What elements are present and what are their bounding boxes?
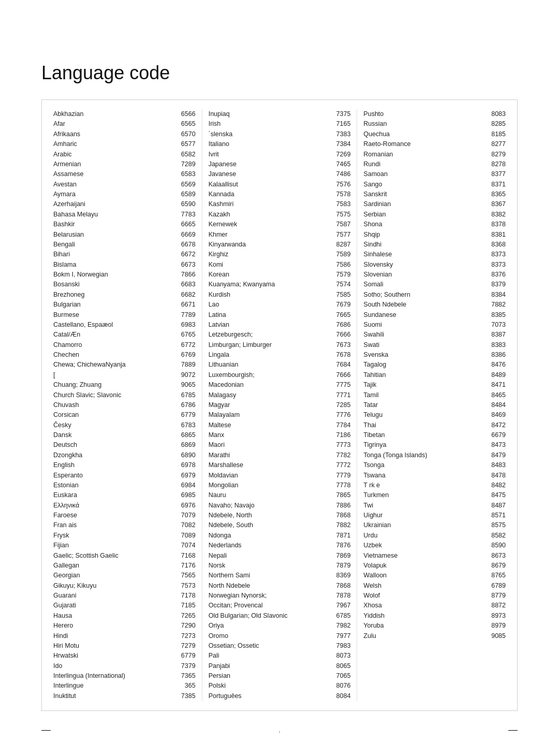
language-name: Thai (363, 420, 486, 430)
table-row: Moldavian7779 (209, 471, 351, 481)
table-row: Inupiaq7375 (209, 109, 351, 119)
language-name: Catal/Æn (53, 330, 176, 340)
language-name: Brezhoneg (53, 290, 176, 300)
table-row: Bihari6672 (53, 250, 196, 259)
language-name: Rundi (363, 159, 486, 169)
language-code: 7773 (331, 440, 350, 450)
table-row: Brezhoneg6682 (53, 290, 196, 300)
language-name: Malayalam (209, 410, 331, 420)
language-name: Gaelic; Scottish Gaelic (53, 551, 176, 561)
language-code: 8489 (486, 370, 506, 380)
table-row: Hrwatski6779 (53, 651, 196, 661)
table-row: Bengali6678 (53, 240, 196, 250)
language-name: Macedonian (209, 380, 331, 390)
language-code: 9085 (486, 631, 506, 641)
language-code: 8473 (486, 440, 506, 450)
table-row: Shqip8381 (363, 230, 506, 240)
language-name: Luxembourgish; (209, 370, 331, 380)
table-row: Tonga (Tonga Islands)8479 (363, 450, 506, 460)
language-name: Slovenian (363, 270, 486, 280)
language-code: 8073 (331, 651, 350, 661)
table-row: Afrikaans6570 (53, 129, 196, 139)
language-code: 6869 (176, 440, 196, 450)
language-code: 8779 (486, 591, 506, 601)
language-name: Ossetian; Ossetic (209, 641, 331, 651)
language-name: Marshallese (209, 460, 331, 470)
language-name: Pushto (363, 109, 486, 119)
language-code: 7678 (331, 350, 350, 360)
language-code: 7587 (331, 220, 350, 229)
table-row: Quechua8185 (363, 129, 506, 139)
table-row: Burmese7789 (53, 310, 196, 320)
table-row: Chuvash6786 (53, 400, 196, 410)
language-name: Xhosa (363, 601, 486, 610)
table-row: Raeto-Romance8277 (363, 139, 506, 149)
table-row: Tahitian8489 (363, 370, 506, 380)
language-name: Afrikaans (53, 129, 176, 139)
language-name: Somali (363, 280, 486, 289)
language-code: 7865 (331, 490, 350, 500)
language-name: Bulgarian (53, 300, 176, 310)
table-row: Assamese6583 (53, 169, 196, 179)
language-name: Svenska (363, 350, 486, 360)
language-code: 7269 (331, 150, 350, 159)
table-row: Luxembourgish;7666 (209, 370, 351, 380)
language-code: 7578 (331, 190, 350, 199)
language-name: Interlingua (International) (53, 671, 176, 681)
language-name: Chewa; ChichewaNyanja (53, 360, 176, 370)
language-name: Khmer (209, 230, 331, 240)
table-row: Oriya7982 (209, 621, 351, 631)
language-code: 6769 (176, 350, 196, 360)
language-code: 7869 (331, 551, 350, 561)
table-row: Xhosa8872 (363, 601, 506, 610)
language-code: 6589 (176, 190, 196, 199)
table-row: Svenska8386 (363, 350, 506, 360)
language-code: 8483 (486, 460, 506, 470)
language-name: Bengali (53, 240, 176, 250)
table-row: Azerhaijani6590 (53, 199, 196, 209)
table-row: Walloon8765 (363, 571, 506, 580)
table-row: Arabic6582 (53, 150, 196, 159)
language-code: 8479 (486, 450, 506, 460)
language-code: 6765 (176, 330, 196, 340)
table-row: Bosanski6683 (53, 280, 196, 289)
table-row: Castellano, Espaæol6983 (53, 320, 196, 330)
language-name: Česky (53, 420, 176, 430)
table-row: Oromo7977 (209, 631, 351, 641)
language-name: Chuvash (53, 400, 176, 410)
language-code: 8373 (486, 260, 506, 270)
table-row: Inuktitut7385 (53, 691, 196, 701)
language-name: Old Bulgarian; Old Slavonic (209, 611, 331, 621)
table-row: Lao7679 (209, 300, 351, 310)
table-row: Avestan6569 (53, 180, 196, 190)
language-name: Persian (209, 671, 331, 681)
language-name: Volapuk (363, 561, 486, 571)
language-code: 8465 (486, 390, 506, 400)
table-row: Sardinian8367 (363, 199, 506, 209)
table-row: Panjabi8065 (209, 661, 351, 671)
language-code: 6682 (176, 290, 196, 300)
language-name: Letzeburgesch; (209, 330, 331, 340)
language-code: 8378 (486, 220, 506, 229)
language-name: Vietnamese (363, 551, 486, 561)
language-code: 7679 (331, 300, 350, 310)
table-row: Volapuk8679 (363, 561, 506, 571)
table-row: Russian8285 (363, 119, 506, 129)
language-name: Northern Sami (209, 571, 331, 580)
language-name: Sotho; Southern (363, 290, 486, 300)
table-row: Wolof8779 (363, 591, 506, 601)
language-name: Magyar (209, 400, 331, 410)
language-code: 8384 (486, 290, 506, 300)
language-code: 8083 (486, 109, 506, 119)
table-row: Interlingue365 (53, 681, 196, 691)
language-code: 6984 (176, 481, 196, 490)
language-code: 7575 (331, 210, 350, 220)
language-code: 8377 (486, 169, 506, 179)
language-code: 6779 (176, 651, 196, 661)
language-name: Hrwatski (53, 651, 176, 661)
language-name: Nepali (209, 551, 331, 561)
page: Language code Abkhazian6566Afar6565Afrik… (0, 0, 559, 756)
table-row: Ndebele, South7882 (209, 520, 351, 530)
language-name: Gikuyu; Kikuyu (53, 581, 176, 591)
language-code: 8386 (486, 350, 506, 360)
